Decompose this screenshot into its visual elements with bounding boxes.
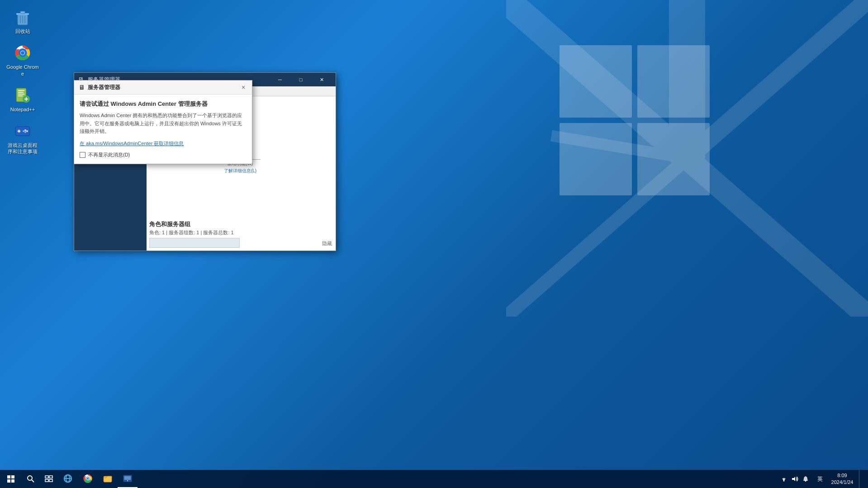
recycle-bin-icon: [14, 8, 32, 26]
desktop: 回收站 Google Chrome: [0, 0, 868, 488]
svg-point-49: [87, 478, 89, 479]
svg-rect-34: [11, 475, 14, 479]
tray-network-icon[interactable]: [779, 470, 788, 488]
svg-rect-33: [7, 475, 10, 479]
desktop-icon-recycle-bin[interactable]: 回收站: [5, 5, 41, 38]
svg-line-2: [506, 158, 687, 317]
roles-stats: 角色: 1 | 服务器组数: 1 | 服务器总数: 1: [149, 229, 333, 236]
roles-filter-input[interactable]: [149, 238, 240, 248]
clock-date: 2024/1/24: [831, 479, 854, 486]
popup-header-icon: 🖥: [79, 84, 85, 91]
window-controls: ─ □ ✕: [270, 73, 332, 86]
taskbar: 英 8:09 2024/1/24: [0, 470, 868, 488]
taskbar-apps: [58, 470, 776, 488]
game-center-icon: [14, 122, 32, 140]
maximize-button[interactable]: □: [290, 73, 311, 86]
chrome-icon: [14, 44, 32, 62]
taskbar-chrome[interactable]: [78, 470, 98, 488]
taskbar-language[interactable]: 英: [814, 475, 826, 483]
popup-dont-show-checkbox[interactable]: [80, 152, 85, 158]
popup-checkbox-row: 不再显示此消息(D): [80, 152, 247, 158]
svg-rect-41: [45, 479, 48, 482]
desktop-icons-area: 回收站 Google Chrome: [0, 0, 45, 163]
notepad-plus-icon: [14, 86, 32, 104]
svg-point-32: [23, 130, 24, 132]
svg-point-16: [21, 51, 24, 55]
tray-notification-icon[interactable]: [801, 470, 810, 488]
svg-marker-56: [792, 477, 795, 481]
chrome-label: Google Chrome: [6, 64, 39, 77]
svg-rect-36: [11, 479, 14, 483]
light-rays-decoration: [506, 0, 868, 317]
task-view-button[interactable]: [40, 470, 58, 488]
recycle-bin-label: 回收站: [15, 28, 30, 34]
svg-rect-21: [18, 95, 23, 96]
roles-title: 角色和服务器组: [149, 220, 333, 228]
taskbar-tray: [776, 470, 814, 488]
popup-header-title: 服务器管理器: [88, 84, 237, 91]
svg-point-37: [28, 476, 32, 480]
minimize-button[interactable]: ─: [270, 73, 290, 86]
svg-rect-19: [18, 92, 24, 93]
svg-rect-39: [45, 476, 48, 478]
svg-rect-18: [18, 90, 24, 91]
svg-rect-28: [19, 130, 19, 133]
roles-section: 角色和服务器组 角色: 1 | 服务器组数: 1 | 服务器总数: 1: [149, 220, 333, 248]
taskbar-ie-edge[interactable]: [58, 470, 78, 488]
popup-heading: 请尝试通过 Windows Admin Center 管理服务器: [80, 100, 247, 108]
popup-header: 🖥 服务器管理器 ×: [74, 81, 252, 95]
svg-rect-40: [49, 476, 52, 478]
svg-rect-52: [124, 476, 131, 480]
start-button[interactable]: [0, 470, 22, 488]
tray-show-desktop[interactable]: [859, 470, 868, 488]
svg-point-55: [783, 480, 785, 482]
popup-body-text: Windows Admin Center 拥有的和熟悉的功能整合到了一个基于浏览…: [80, 112, 247, 136]
popup-body: 请尝试通过 Windows Admin Center 管理服务器 Windows…: [74, 95, 252, 164]
svg-rect-35: [7, 479, 10, 483]
desktop-icon-notepad-plus[interactable]: Notepad++: [5, 83, 41, 116]
svg-rect-42: [49, 479, 52, 482]
svg-point-30: [26, 130, 28, 132]
svg-point-29: [24, 129, 26, 131]
svg-line-38: [32, 480, 34, 482]
popup-close-button[interactable]: ×: [239, 83, 247, 91]
popup-dont-show-label: 不再显示此消息(D): [88, 152, 130, 158]
svg-rect-8: [20, 11, 25, 14]
close-button[interactable]: ✕: [311, 73, 332, 86]
notepad-plus-label: Notepad++: [10, 106, 35, 113]
popup-admin-center-link[interactable]: 在 aka.ms/WindowsAdminCenter 获取详细信息: [80, 141, 184, 146]
svg-line-3: [687, 158, 868, 317]
desktop-icon-google-chrome[interactable]: Google Chrome: [5, 40, 41, 81]
svg-point-31: [24, 131, 26, 133]
chart-learn-label[interactable]: 了解详细信息(L): [220, 168, 261, 174]
svg-line-1: [687, 0, 868, 158]
svg-rect-20: [18, 94, 24, 95]
svg-rect-24: [26, 97, 27, 101]
clock-time: 8:09: [837, 472, 847, 479]
taskbar-explorer[interactable]: [98, 470, 118, 488]
tray-volume-icon[interactable]: [790, 470, 799, 488]
desktop-icon-game-center[interactable]: 游戏云桌面程序和注意事项: [5, 118, 41, 159]
game-center-label: 游戏云桌面程序和注意事项: [6, 142, 39, 155]
svg-line-0: [506, 0, 687, 158]
notification-popup: 🖥 服务器管理器 × 请尝试通过 Windows Admin Center 管理…: [74, 80, 252, 164]
search-button[interactable]: [22, 470, 40, 488]
taskbar-clock[interactable]: 8:09 2024/1/24: [826, 472, 858, 486]
taskbar-server-manager[interactable]: [118, 470, 138, 488]
svg-point-54: [127, 480, 128, 481]
